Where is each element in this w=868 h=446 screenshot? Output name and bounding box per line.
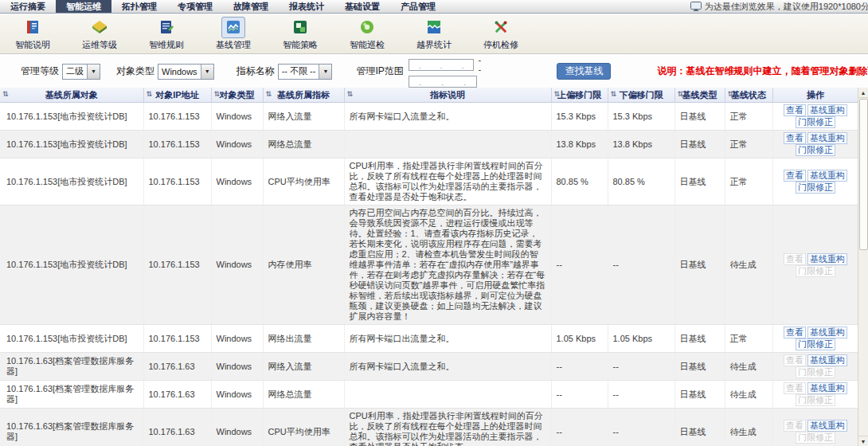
col-header-type[interactable]: ⇅对象类型 — [211, 88, 263, 103]
tool-smart-inspect[interactable]: 智能巡检 — [342, 17, 392, 51]
fix-link[interactable]: 门限修正 — [796, 366, 835, 378]
mgmt-level-label: 管理等级 — [21, 65, 59, 78]
col-header-object[interactable]: ⇅基线所属对象 — [0, 88, 143, 103]
cell-type: Windows — [211, 381, 263, 409]
cell-object: 10.176.1.63[档案管理数据库服务器] — [0, 381, 143, 409]
view-link[interactable]: 查看 — [784, 132, 806, 144]
cell-upper: -- — [551, 409, 608, 446]
shutdown-maintenance-iconbox — [489, 17, 513, 38]
col-header-desc[interactable]: ⇅指标说明 — [344, 88, 551, 103]
sort-icon[interactable]: ⇅ — [266, 90, 272, 98]
tab-fault-mgmt[interactable]: 故障管理 — [223, 0, 279, 13]
sort-icon[interactable]: ⇅ — [554, 90, 561, 98]
tab-intelligent-ops[interactable]: 智能运维 — [56, 0, 111, 13]
tab-special-mgmt[interactable]: 专项管理 — [167, 0, 223, 13]
rebuild-link[interactable]: 基线重构 — [807, 327, 847, 338]
rebuild-link[interactable]: 基线重构 — [807, 253, 847, 265]
col-header-upper[interactable]: ⇅上偏移门限 — [551, 88, 608, 103]
scroll-down-icon[interactable]: ▼ — [858, 436, 868, 446]
tool-smart-strategy[interactable]: 智能策略 — [276, 17, 325, 51]
fix-link[interactable]: 门限修正 — [796, 432, 835, 444]
cell-upper: -- — [551, 205, 608, 325]
view-link[interactable]: 查看 — [784, 327, 806, 338]
ip-dot: . — [463, 80, 466, 87]
rebuild-link[interactable]: 基线重构 — [807, 382, 847, 394]
tool-label: 运维等级 — [82, 39, 117, 51]
sort-icon[interactable]: ⇅ — [611, 90, 617, 98]
smart-explain-iconbox — [21, 17, 45, 38]
sort-icon[interactable]: ⇅ — [678, 90, 684, 98]
cell-status: 待生成 — [725, 353, 772, 381]
tab-run-summary[interactable]: 运行摘要 — [0, 0, 56, 13]
vertical-scrollbar[interactable]: ▲ ▼ — [858, 88, 868, 446]
tab-report-stats[interactable]: 报表统计 — [279, 0, 334, 13]
metric-name-select[interactable]: -- 不限 -- ▼ — [278, 64, 333, 80]
tool-label: 停机检修 — [483, 39, 518, 51]
cell-type: Windows — [211, 325, 263, 353]
ip-range-start-input[interactable]: . . . — [409, 59, 475, 71]
sort-icon[interactable]: ⇅ — [214, 90, 221, 98]
fix-link[interactable]: 门限修正 — [796, 265, 835, 277]
col-header-status[interactable]: ⇅基线状态 — [725, 88, 772, 103]
rebuild-link[interactable]: 基线重构 — [807, 104, 847, 116]
cell-status: 正常 — [725, 103, 772, 131]
rebuild-link[interactable]: 基线重构 — [807, 354, 847, 366]
cell-actions: 查看基线重构 门限修正 — [772, 325, 858, 353]
dropdown-arrow-icon[interactable]: ▼ — [319, 65, 331, 79]
cell-desc: 内存已用空间占内存总空间的百分比。持续过高，会导致系统因资源不足，进程运行缓慢或… — [344, 205, 551, 325]
dropdown-arrow-icon[interactable]: ▼ — [201, 65, 213, 79]
cell-upper: -- — [551, 353, 608, 381]
tab-product-mgmt[interactable]: 产品管理 — [390, 0, 446, 13]
search-baseline-button[interactable]: 查找基线 — [557, 63, 611, 80]
col-header-lower[interactable]: ⇅下偏移门限 — [608, 88, 674, 103]
fix-link[interactable]: 门限修正 — [796, 144, 835, 156]
sort-icon[interactable]: ⇅ — [728, 90, 734, 98]
rebuild-link[interactable]: 基线重构 — [807, 170, 847, 182]
mgmt-level-select[interactable]: 二级 ▼ — [62, 64, 100, 80]
col-header-actions: 操作 — [772, 88, 858, 103]
col-header-baseline-type[interactable]: ⇅基线类型 — [674, 88, 725, 103]
ip-dot: . — [462, 63, 464, 70]
view-link[interactable]: 查看 — [784, 382, 806, 394]
resolution-note: 为达最佳浏览效果，建议使用1920*1080分辨率 — [690, 0, 868, 13]
cell-actions: 查看基线重构 门限修正 — [772, 131, 858, 158]
scrollbar-thumb[interactable] — [859, 99, 868, 250]
tool-smart-explain[interactable]: 智能说明 — [8, 17, 57, 51]
sort-icon[interactable]: ⇅ — [2, 90, 9, 98]
scroll-up-icon[interactable]: ▲ — [858, 88, 868, 98]
object-type-select[interactable]: Windows ▼ — [158, 64, 214, 80]
rebuild-link[interactable]: 基线重构 — [807, 420, 847, 432]
view-link[interactable]: 查看 — [784, 104, 806, 116]
rebuild-link[interactable]: 基线重构 — [807, 132, 847, 144]
view-link[interactable]: 查看 — [784, 420, 806, 432]
tool-baseline-mgmt[interactable]: 基线管理 — [209, 17, 258, 51]
cell-status: 正常 — [725, 131, 772, 158]
fix-link[interactable]: 门限修正 — [796, 338, 835, 350]
view-link[interactable]: 查看 — [784, 170, 806, 182]
ip-range-end-input[interactable]: . . . — [409, 76, 477, 88]
cell-actions: 查看基线重构 门限修正 — [772, 205, 858, 325]
col-header-ip[interactable]: ⇅对象IP地址 — [143, 88, 211, 103]
fix-link[interactable]: 门限修正 — [796, 182, 835, 194]
view-link[interactable]: 查看 — [784, 354, 806, 366]
ip-range-group: . . . -- . . . — [409, 55, 484, 88]
tool-shutdown-maintenance[interactable]: 停机检修 — [476, 17, 526, 51]
cell-lower: 80.85 % — [608, 158, 674, 205]
dropdown-arrow-icon[interactable]: ▼ — [87, 65, 100, 79]
col-header-metric[interactable]: ⇅基线所属指标 — [263, 88, 344, 103]
tool-boundary-stats[interactable]: 越界统计 — [409, 17, 459, 51]
cell-object: 10.176.1.153[地市投资统计DB] — [0, 131, 143, 158]
cell-object: 10.176.1.153[地市投资统计DB] — [0, 158, 143, 205]
cell-actions: 查看基线重构 门限修正 — [772, 409, 858, 446]
view-link[interactable]: 查看 — [784, 253, 806, 265]
tool-smart-rules[interactable]: 智维规则 — [142, 17, 191, 51]
sort-icon[interactable]: ⇅ — [347, 90, 354, 98]
fix-link[interactable]: 门限修正 — [796, 394, 835, 406]
fix-link[interactable]: 门限修正 — [796, 116, 835, 128]
tab-basic-settings[interactable]: 基础设置 — [334, 0, 390, 13]
cell-metric: 网络入流量 — [263, 353, 344, 381]
cell-lower: -- — [608, 381, 674, 409]
sort-icon[interactable]: ⇅ — [147, 90, 153, 98]
tool-ops-level[interactable]: 运维等级 — [75, 17, 124, 51]
tab-topology-mgmt[interactable]: 拓扑管理 — [111, 0, 167, 13]
